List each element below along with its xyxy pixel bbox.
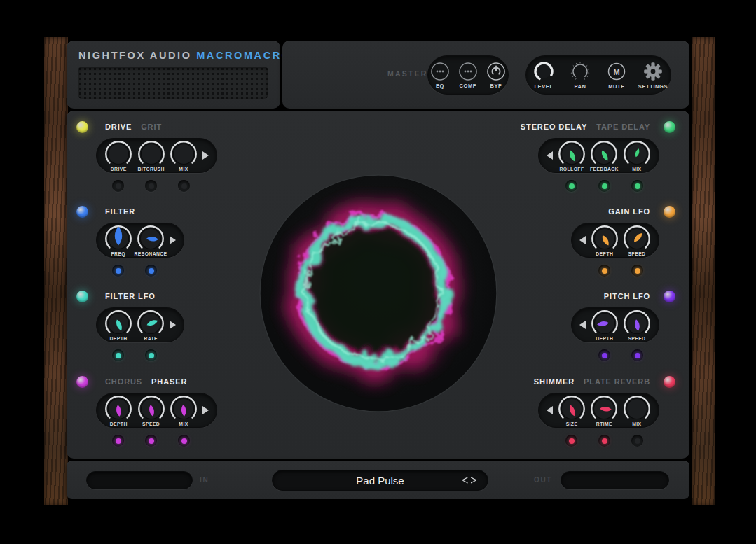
master-control-label: MUTE xyxy=(608,83,625,90)
mode-tape-delay[interactable]: TAPE DELAY xyxy=(596,123,650,131)
knob-pitch-lfo-depth[interactable]: DEPTH xyxy=(589,309,621,341)
knob-stereo-delay-feedback[interactable]: FEEDBACK xyxy=(588,139,620,172)
mode-shimmer[interactable]: SHIMMER xyxy=(534,377,575,386)
master-mute-knob[interactable]: MMUTE xyxy=(600,60,633,90)
master-control-label: LEVEL xyxy=(534,83,553,90)
level-dial xyxy=(532,60,556,83)
mute-icon: M xyxy=(605,60,628,83)
knob-label: FEEDBACK xyxy=(590,167,619,172)
footer-panel: IN Pad Pulse < > OUT xyxy=(67,461,689,499)
preset-next-button[interactable]: > xyxy=(470,472,476,489)
knob-label: MIX xyxy=(632,167,641,172)
knob-label: MIX xyxy=(632,421,641,426)
knob-dial-depth[interactable] xyxy=(591,224,619,253)
module-led-stereo-delay[interactable] xyxy=(664,121,675,133)
master-eq-button[interactable]: EQ xyxy=(428,61,452,89)
knob-label: SPEED xyxy=(628,336,645,341)
mini-led-dot xyxy=(635,183,640,189)
master-byp-button[interactable]: BYP xyxy=(484,61,508,89)
knob-label: DEPTH xyxy=(596,336,613,341)
input-meter xyxy=(86,471,193,489)
output-meter xyxy=(561,471,669,489)
mode-gain-lfo[interactable]: GAIN LFO xyxy=(608,207,650,216)
master-pan-knob[interactable]: PAN xyxy=(564,60,596,90)
knob-dial-feedback[interactable] xyxy=(590,139,618,169)
knob-dial-depth[interactable] xyxy=(591,309,619,338)
mode-pitch-lfo[interactable]: PITCH LFO xyxy=(604,292,650,300)
product-name: MACROMACRO xyxy=(196,50,291,61)
knob-gain-lfo-speed[interactable]: SPEED xyxy=(621,224,653,256)
speaker-grille xyxy=(78,67,268,99)
knob-dial-mix[interactable] xyxy=(623,139,651,169)
module-titles-stereo-delay: STEREO DELAYTAPE DELAY xyxy=(521,123,650,131)
in-label: IN xyxy=(200,476,209,484)
knob-dial-speed[interactable] xyxy=(623,224,651,253)
knob-pitch-lfo-speed[interactable]: SPEED xyxy=(621,309,653,341)
knob-dial-mix[interactable] xyxy=(623,394,651,424)
mini-led-dot xyxy=(635,438,640,444)
knob-label: DEPTH xyxy=(596,251,613,256)
expand-left-arrow-stereo-delay[interactable] xyxy=(544,151,556,160)
master-switch-label: EQ xyxy=(436,83,444,89)
mini-led-shimmer-3[interactable] xyxy=(631,435,643,447)
master-control-group: LEVELPANMMUTESETTINGS xyxy=(525,55,671,95)
mini-led-shimmer-2[interactable] xyxy=(598,435,610,447)
knob-shimmer-rtime[interactable]: RTIME xyxy=(588,394,620,426)
knob-label: SPEED xyxy=(628,251,645,256)
mini-led-pitch-lfo-2[interactable] xyxy=(631,349,643,361)
brand-title: NIGHTFOX AUDIO MACROMACRO xyxy=(78,50,291,61)
main-panel: DRIVEGRITDRIVEBITCRUSHMIXFILTERFREQRESON… xyxy=(67,111,689,459)
preset-nav: < > xyxy=(462,473,476,487)
mode-stereo-delay[interactable]: STEREO DELAY xyxy=(521,123,587,131)
expand-left-arrow-shimmer[interactable] xyxy=(544,406,556,414)
module-led-pitch-lfo[interactable] xyxy=(664,291,675,302)
dots-icon xyxy=(458,61,479,82)
mini-led-gain-lfo-1[interactable] xyxy=(598,265,610,277)
module-titles-gain-lfo: GAIN LFO xyxy=(608,207,650,216)
module-led-shimmer[interactable] xyxy=(664,376,675,388)
mini-led-stereo-delay-3[interactable] xyxy=(631,180,643,192)
master-level-knob[interactable]: LEVEL xyxy=(528,60,560,90)
module-pitch-lfo: PITCH LFODEPTHSPEED xyxy=(67,291,689,362)
master-panel: MASTER EQCOMPBYP LEVELPANMMUTESETTINGS xyxy=(282,41,689,109)
knob-gain-lfo-depth[interactable]: DEPTH xyxy=(589,224,621,256)
mini-led-dot xyxy=(602,183,607,189)
out-label: OUT xyxy=(534,476,552,484)
module-led-gain-lfo[interactable] xyxy=(664,206,675,218)
mini-led-shimmer-1[interactable] xyxy=(565,435,577,447)
mini-led-pitch-lfo-1[interactable] xyxy=(598,349,610,361)
knob-shimmer-mix[interactable]: MIX xyxy=(621,394,653,426)
preset-selector[interactable]: Pad Pulse < > xyxy=(272,470,488,491)
module-titles-shimmer: SHIMMERPLATE REVERB xyxy=(534,377,650,386)
mode-plate-reverb[interactable]: PLATE REVERB xyxy=(584,377,650,386)
knob-dial-size[interactable] xyxy=(558,394,586,424)
mini-led-dot xyxy=(602,438,607,444)
knob-pill-shimmer: SIZERTIMEMIX xyxy=(538,393,659,428)
triangle-left-icon xyxy=(547,406,553,414)
knob-dial-speed[interactable] xyxy=(623,309,651,338)
plugin-window: NIGHTFOX AUDIO MACROMACRO MASTER EQCOMPB… xyxy=(0,0,756,544)
mini-led-stereo-delay-2[interactable] xyxy=(598,180,610,192)
module-gain-lfo: GAIN LFODEPTHSPEED xyxy=(67,206,689,277)
knob-dial-rolloff[interactable] xyxy=(558,139,586,169)
mini-led-dot xyxy=(569,438,575,444)
mini-led-gain-lfo-2[interactable] xyxy=(631,265,643,277)
knob-stereo-delay-mix[interactable]: MIX xyxy=(621,139,653,172)
mini-led-stereo-delay-1[interactable] xyxy=(565,180,577,192)
knob-pill-stereo-delay: ROLLOFFFEEDBACKMIX xyxy=(538,138,659,173)
knob-dial-rtime[interactable] xyxy=(590,394,618,424)
expand-left-arrow-gain-lfo[interactable] xyxy=(577,236,589,244)
brand-name: NIGHTFOX AUDIO xyxy=(78,50,192,61)
knob-pill-pitch-lfo: DEPTHSPEED xyxy=(571,307,659,342)
expand-left-arrow-pitch-lfo[interactable] xyxy=(577,321,589,329)
knob-label: ROLLOFF xyxy=(560,167,584,172)
preset-prev-button[interactable]: < xyxy=(462,472,468,489)
mini-led-dot xyxy=(635,268,640,274)
svg-text:M: M xyxy=(613,68,619,76)
knob-stereo-delay-rolloff[interactable]: ROLLOFF xyxy=(556,139,588,172)
knob-shimmer-size[interactable]: SIZE xyxy=(556,394,588,426)
module-titles-pitch-lfo: PITCH LFO xyxy=(604,292,650,300)
master-comp-button[interactable]: COMP xyxy=(456,61,480,89)
master-settings-button[interactable]: SETTINGS xyxy=(637,60,669,90)
knob-label: SIZE xyxy=(566,421,578,426)
